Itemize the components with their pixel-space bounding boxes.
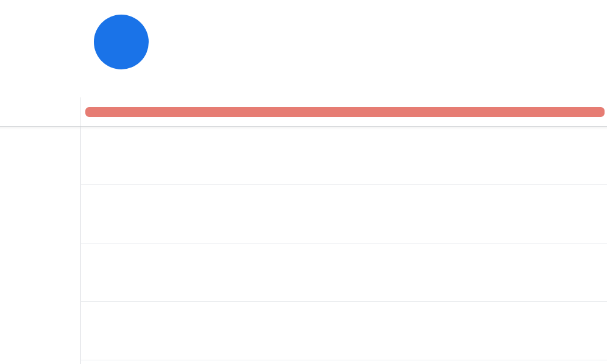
day-header-area <box>0 0 607 97</box>
allday-row <box>0 97 607 127</box>
allday-content[interactable] <box>80 97 607 126</box>
hour-row[interactable] <box>81 360 607 364</box>
time-labels-column <box>0 127 80 364</box>
day-header <box>80 0 607 97</box>
hour-row[interactable] <box>81 185 607 243</box>
timezone-cell <box>0 97 80 126</box>
hour-row[interactable] <box>81 302 607 360</box>
allday-event[interactable] <box>85 107 605 117</box>
timezone-column <box>0 0 80 97</box>
grid-body[interactable] <box>80 127 607 364</box>
time-grid <box>0 127 607 364</box>
day-number-button[interactable] <box>94 15 149 69</box>
hour-row[interactable] <box>81 127 607 185</box>
hour-row[interactable] <box>81 243 607 302</box>
